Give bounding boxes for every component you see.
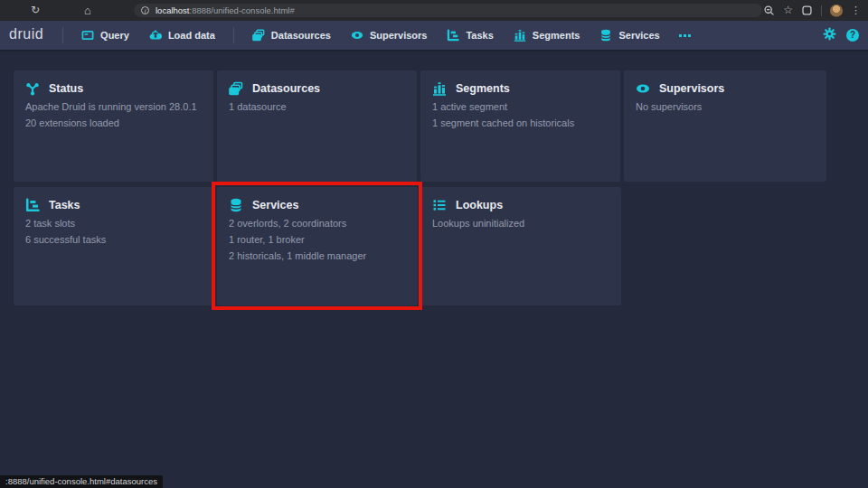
database-icon: [229, 198, 243, 212]
multi-select-icon: [252, 29, 265, 42]
druid-logo[interactable]: druid: [0, 26, 54, 44]
card-title: Services: [252, 199, 298, 211]
nav-item-supervisors[interactable]: Supervisors: [341, 21, 438, 50]
stacked-chart-icon: [432, 81, 447, 96]
nav-label: Query: [100, 30, 129, 41]
settings-gear-icon[interactable]: [823, 27, 836, 44]
properties-icon: [432, 198, 447, 212]
browser-menu-icon[interactable]: ⋮: [851, 5, 861, 16]
nav-label: Supervisors: [370, 30, 428, 41]
card-status[interactable]: Status Apache Druid is running version 2…: [14, 70, 213, 182]
card-title: Status: [49, 82, 83, 95]
graph-icon: [25, 81, 40, 96]
card-line: 6 successful tasks: [25, 235, 202, 245]
stacked-chart-icon: [514, 29, 526, 42]
multi-select-icon: [229, 81, 243, 96]
card-segments[interactable]: Segments 1 active segment 1 segment cach…: [420, 70, 620, 182]
database-icon: [599, 29, 612, 42]
card-line: 1 router, 1 broker: [229, 235, 406, 245]
browser-toolbar: ↻ ⌂ i localhost:8888/unified-console.htm…: [0, 0, 868, 21]
card-title: Lookups: [456, 199, 503, 211]
address-bar[interactable]: i localhost:8888/unified-console.html#: [134, 4, 762, 17]
nav-item-tasks[interactable]: Tasks: [437, 21, 503, 50]
url-tail: :8888/unified-console.html#: [190, 5, 295, 15]
reload-icon[interactable]: ↻: [27, 0, 43, 21]
card-line: Lookups uninitialized: [432, 219, 609, 229]
card-line: 1 segment cached on historicals: [432, 118, 609, 128]
gantt-chart-icon: [25, 198, 40, 212]
nav-label: Services: [618, 30, 659, 41]
nav-label: Load data: [168, 30, 215, 41]
nav-label: Tasks: [466, 30, 493, 41]
card-line: 20 extensions loaded: [25, 118, 202, 128]
nav-divider: [233, 27, 234, 43]
application-icon: [81, 29, 94, 42]
url-text: localhost:8888/unified-console.html#: [156, 5, 295, 15]
nav-item-segments[interactable]: Segments: [504, 21, 590, 50]
cloud-upload-icon: [149, 29, 162, 42]
eye-icon: [636, 81, 650, 96]
link-status-bar: :8888/unified-console.html#datasources: [0, 475, 163, 488]
home-icon[interactable]: ⌂: [80, 0, 96, 21]
eye-icon: [351, 29, 363, 42]
nav-item-load-data[interactable]: Load data: [139, 21, 225, 50]
card-title: Tasks: [49, 199, 80, 211]
card-title: Segments: [456, 82, 510, 95]
card-title: Datasources: [252, 82, 320, 95]
card-line: 2 task slots: [25, 219, 202, 229]
card-line: No supervisors: [636, 102, 815, 112]
gantt-chart-icon: [447, 29, 459, 42]
card-line: Apache Druid is running version 28.0.1: [25, 102, 202, 112]
nav-divider: [62, 27, 63, 43]
bookmark-star-icon[interactable]: ☆: [783, 0, 793, 21]
card-line: 1 active segment: [432, 102, 609, 112]
zoom-icon[interactable]: [763, 5, 775, 16]
card-line: 2 overlords, 2 coordinators: [229, 219, 406, 229]
card-line: 2 historicals, 1 middle manager: [229, 251, 406, 261]
toolbar-divider: [821, 5, 822, 16]
nav-item-services[interactable]: Services: [590, 21, 669, 50]
nav-item-query[interactable]: Query: [71, 21, 139, 50]
card-supervisors[interactable]: Supervisors No supervisors: [624, 70, 826, 182]
extensions-icon[interactable]: [801, 5, 813, 16]
help-icon[interactable]: ?: [846, 29, 859, 42]
druid-navbar: druid Query Load data Datasources Superv…: [0, 21, 868, 50]
card-lookups[interactable]: Lookups Lookups uninitialized: [420, 187, 621, 305]
site-info-icon[interactable]: i: [141, 6, 149, 14]
card-title: Supervisors: [659, 82, 724, 95]
nav-label: Segments: [533, 30, 580, 41]
card-datasources[interactable]: Datasources 1 datasource: [217, 70, 417, 182]
more-menu-icon[interactable]: [670, 21, 700, 50]
card-tasks[interactable]: Tasks 2 task slots 6 successful tasks: [14, 187, 213, 305]
nav-label: Datasources: [271, 30, 331, 41]
card-line: 1 datasource: [229, 102, 405, 112]
card-services[interactable]: Services 2 overlords, 2 coordinators 1 r…: [217, 187, 418, 305]
profile-avatar[interactable]: [830, 5, 843, 17]
nav-item-datasources[interactable]: Datasources: [242, 21, 341, 50]
url-host: localhost: [156, 5, 190, 15]
